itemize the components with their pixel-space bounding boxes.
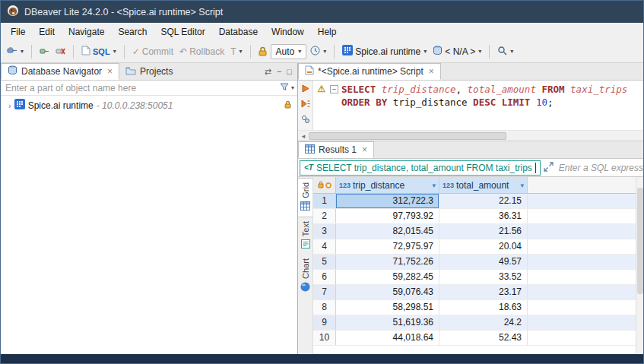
open-sql-editor-button[interactable]: SQL ▾: [79, 43, 119, 60]
menu-help[interactable]: Help: [311, 24, 344, 40]
dropdown-icon[interactable]: ▾: [291, 84, 294, 91]
table-cell[interactable]: 18.63: [439, 300, 528, 315]
table-cell[interactable]: 59,282.45: [336, 270, 439, 284]
autocommit-select[interactable]: Auto ▾: [271, 44, 307, 59]
menu-file[interactable]: File: [4, 24, 32, 40]
table-cell[interactable]: 44,018.64: [336, 331, 439, 345]
table-cell[interactable]: 36.31: [439, 209, 528, 223]
tab-results-1[interactable]: Results 1 ×: [298, 141, 374, 158]
active-schema-select[interactable]: < N/A > ▾: [430, 43, 484, 60]
tab-projects[interactable]: Projects: [119, 63, 179, 80]
connect-button[interactable]: [37, 44, 52, 59]
row-number[interactable]: 4: [313, 239, 336, 254]
table-cell[interactable]: 52.43: [439, 331, 528, 345]
sort-desc-icon[interactable]: ▾: [432, 182, 436, 189]
table-cell[interactable]: 59,076.43: [336, 285, 439, 299]
scrollbar-thumb[interactable]: [309, 132, 506, 140]
menu-window[interactable]: Window: [265, 24, 311, 40]
row-number[interactable]: 10: [313, 331, 336, 345]
expand-filter-button[interactable]: [544, 162, 554, 174]
readonly-lock-button[interactable]: [256, 44, 269, 59]
close-icon[interactable]: ×: [429, 66, 434, 77]
minimize-icon[interactable]: −: [277, 67, 281, 76]
active-connection-select[interactable]: Spice.ai runtime ▾: [340, 43, 429, 60]
tab-chart-view[interactable]: Chart: [298, 255, 312, 298]
menu-search[interactable]: Search: [111, 24, 154, 40]
numeric-type-icon: 123: [339, 182, 351, 189]
tab-database-navigator[interactable]: Database Navigator ×: [1, 63, 119, 80]
table-cell[interactable]: 21.56: [439, 224, 528, 239]
table-cell[interactable]: 49.57: [439, 255, 528, 269]
table-cell[interactable]: 312,722.3: [336, 194, 439, 208]
maximize-icon[interactable]: □: [287, 67, 292, 76]
new-connection-button[interactable]: ▾: [5, 43, 26, 60]
results-filter-input[interactable]: <T SELECT trip_distance, total_amount FR…: [300, 160, 541, 176]
dropdown-icon[interactable]: ▾: [21, 48, 24, 55]
row-number[interactable]: 6: [313, 270, 336, 284]
table-cell[interactable]: 71,752.26: [336, 255, 439, 269]
menu-edit[interactable]: Edit: [32, 24, 62, 40]
menu-navigate[interactable]: Navigate: [62, 24, 111, 40]
expander-icon[interactable]: ›: [8, 101, 11, 110]
link-editor-icon[interactable]: ⇄: [265, 67, 271, 77]
dropdown-icon[interactable]: ▾: [113, 48, 116, 55]
filter-settings-button[interactable]: ▾: [280, 83, 294, 93]
search-button[interactable]: ▾: [495, 43, 516, 60]
connection-address: - 10.0.0.238:50051: [97, 100, 173, 111]
row-filler: [528, 194, 643, 208]
row-number[interactable]: 1: [313, 194, 336, 208]
table-cell[interactable]: 24.2: [439, 315, 528, 330]
row-filler: [528, 209, 643, 223]
key-lock-icon: [318, 180, 324, 191]
execute-statement-button[interactable]: [301, 84, 309, 95]
row-number[interactable]: 5: [313, 255, 336, 269]
dropdown-icon[interactable]: ▾: [323, 48, 326, 55]
fold-collapse-icon[interactable]: −: [330, 85, 338, 93]
table-cell[interactable]: 20.04: [439, 239, 528, 254]
scrollbar-thumb[interactable]: [637, 188, 643, 294]
sort-desc-icon[interactable]: ▾: [520, 182, 524, 189]
transaction-mode-button[interactable]: T ▾: [228, 44, 244, 59]
scroll-left-icon[interactable]: ◂: [298, 132, 309, 140]
results-vertical-scrollbar[interactable]: [636, 177, 643, 354]
tab-grid-view[interactable]: Grid: [298, 178, 312, 217]
table-cell[interactable]: 33.52: [439, 270, 528, 284]
tab-script[interactable]: *<Spice.ai runtime> Script ×: [298, 63, 441, 80]
rollback-button[interactable]: ↶ Rollback: [177, 44, 227, 59]
menu-sql-editor[interactable]: SQL Editor: [154, 24, 211, 40]
column-header-total-amount[interactable]: 123 total_amount ▾: [439, 177, 528, 193]
dropdown-icon[interactable]: ▾: [240, 48, 243, 55]
table-cell[interactable]: 51,619.36: [336, 315, 439, 330]
close-icon[interactable]: ×: [362, 144, 367, 155]
row-number[interactable]: 3: [313, 224, 336, 239]
row-number[interactable]: 9: [313, 315, 336, 330]
code-line[interactable]: −SELECT trip_distance, total_amount FROM…: [330, 83, 643, 96]
table-cell[interactable]: 72,975.97: [336, 239, 439, 254]
row-number[interactable]: 7: [313, 285, 336, 299]
close-icon[interactable]: ×: [107, 66, 113, 77]
table-cell[interactable]: 82,015.45: [336, 224, 439, 239]
transaction-log-button[interactable]: ▾: [308, 43, 328, 60]
sql-code-area[interactable]: −SELECT trip_distance, total_amount FROM…: [330, 81, 643, 130]
table-cell[interactable]: 23.17: [439, 285, 528, 299]
table-cell[interactable]: 97,793.92: [336, 209, 439, 223]
explain-plan-button[interactable]: [301, 115, 310, 126]
disconnect-button[interactable]: [53, 44, 68, 59]
code-line[interactable]: ORDER BY trip_distance DESC LIMIT 10;: [330, 96, 643, 109]
sql-token: [536, 83, 542, 96]
table-row: 951,619.3624.2: [313, 315, 643, 331]
menu-database[interactable]: Database: [212, 24, 265, 40]
object-filter-input[interactable]: [5, 83, 280, 93]
execute-script-button[interactable]: [301, 100, 310, 110]
editor-horizontal-scrollbar[interactable]: ◂: [298, 131, 643, 141]
grid-corner-cell[interactable]: [313, 177, 336, 193]
tab-text-view[interactable]: Text: [298, 217, 312, 255]
column-header-trip-distance[interactable]: 123 trip_distance ▾: [336, 177, 439, 193]
commit-button[interactable]: ✓ Commit: [130, 44, 176, 59]
row-number[interactable]: 8: [313, 300, 336, 315]
table-cell[interactable]: 58,298.51: [336, 300, 439, 315]
table-cell[interactable]: 22.15: [439, 194, 528, 208]
row-number[interactable]: 2: [313, 209, 336, 223]
dropdown-icon[interactable]: ▾: [510, 48, 513, 55]
connection-tree-item[interactable]: › Spice.ai runtime - 10.0.0.238:50051: [1, 98, 297, 112]
